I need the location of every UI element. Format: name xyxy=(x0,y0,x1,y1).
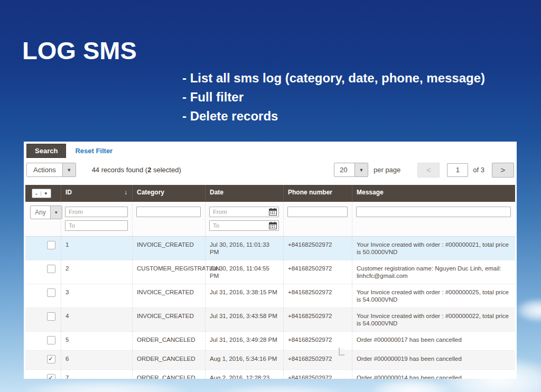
per-page-value: 20 xyxy=(334,163,355,176)
per-page-label: per page xyxy=(374,166,400,174)
row-category-cell: CUSTOMER_REGISTRATION xyxy=(132,260,205,284)
row-id-cell: 4 xyxy=(61,308,132,331)
row-id-cell: 6 xyxy=(61,351,132,369)
actions-dropdown[interactable]: Actions ▼ xyxy=(26,163,76,177)
chevron-down-icon[interactable]: ▼ xyxy=(62,163,76,176)
row-select-cell xyxy=(25,237,61,260)
cloud-bottom-right-small xyxy=(370,378,454,392)
row-date-cell: Jul 30, 2016, 11:01:33 PM xyxy=(205,237,283,260)
actions-label: Actions xyxy=(27,163,62,176)
row-select-cell xyxy=(25,260,61,284)
row-category-cell: ORDER_CANCELED xyxy=(132,332,205,350)
id-from-input[interactable] xyxy=(65,207,128,217)
table-row[interactable]: 3 INVOICE_CREATED Jul 31, 2016, 3:38:15 … xyxy=(25,284,515,308)
column-header-id[interactable]: ID↓ xyxy=(61,185,132,202)
row-checkbox[interactable] xyxy=(47,288,55,297)
row-category-cell: INVOICE_CREATED xyxy=(132,284,205,307)
chevron-down-icon[interactable]: ▼ xyxy=(41,191,51,196)
row-category-cell: ORDER_CANCELED xyxy=(132,370,205,379)
row-category-cell: ORDER_CANCELED xyxy=(132,351,205,369)
actions-toolbar: Actions ▼ 44 records found (2 selected) … xyxy=(26,163,514,177)
row-message-cell: Your Invoice created with order : #00000… xyxy=(352,308,515,331)
records-summary: 44 records found (2 selected) xyxy=(92,166,181,174)
selection-filter-value: Any xyxy=(31,206,50,219)
feature-bullets: - List all sms log (category, date, phon… xyxy=(182,69,485,126)
row-checkbox[interactable] xyxy=(47,265,55,273)
table-body: 1 INVOICE_CREATED Jul 30, 2016, 11:01:33… xyxy=(25,237,515,379)
search-toolbar: Search Reset Filter xyxy=(26,143,515,158)
table-row[interactable]: 4 INVOICE_CREATED Jul 31, 2016, 3:43:58 … xyxy=(25,308,515,332)
chevron-down-icon[interactable]: ▼ xyxy=(355,163,368,176)
row-date-cell: Jul 31, 2016, 3:49:28 PM xyxy=(205,332,283,350)
bullet-list-all: - List all sms log (category, date, phon… xyxy=(182,69,485,88)
total-pages-label: of 3 xyxy=(473,166,484,174)
filter-message-cell xyxy=(352,202,515,236)
table-row[interactable]: 7 ORDER_CANCELED Aug 2, 2016, 12:28:23 A… xyxy=(25,370,515,379)
row-date-cell: Jul 31, 2016, 3:43:58 PM xyxy=(205,308,283,331)
row-message-cell: Customer registration name: Nguyen Duc L… xyxy=(352,260,515,284)
column-header-message[interactable]: Message xyxy=(352,185,515,202)
selection-filter-dropdown[interactable]: Any ▼ xyxy=(30,206,62,219)
row-id-cell: 7 xyxy=(61,370,132,379)
row-select-cell xyxy=(25,370,61,379)
table-row[interactable]: 1 INVOICE_CREATED Jul 30, 2016, 11:01:33… xyxy=(25,237,515,260)
page-title: LOG SMS xyxy=(22,36,137,65)
row-date-cell: Aug 1, 2016, 5:34:16 PM xyxy=(205,351,283,369)
row-checkbox[interactable] xyxy=(47,312,55,321)
row-checkbox[interactable] xyxy=(47,355,55,363)
column-header-id-label: ID xyxy=(66,189,72,196)
row-phone-cell: +841682502972 xyxy=(283,237,352,260)
row-category-cell: INVOICE_CREATED xyxy=(132,237,205,260)
filter-phone-cell xyxy=(283,202,352,236)
id-to-input[interactable] xyxy=(65,220,128,231)
row-checkbox[interactable] xyxy=(47,241,55,249)
row-date-cell: Aug 2, 2016, 12:28:23 AM xyxy=(205,370,283,379)
row-id-cell: 5 xyxy=(61,332,132,350)
row-date-cell: Jul 30, 2016, 11:04:55 PM xyxy=(205,260,283,284)
search-button[interactable]: Search xyxy=(26,144,66,158)
row-select-cell xyxy=(25,351,61,369)
page-number-input[interactable] xyxy=(447,163,468,177)
filter-row: Any ▼ xyxy=(25,202,515,237)
row-message-cell: Order #000000017 has been cancelled xyxy=(352,332,515,350)
slide-background: LOG SMS - List all sms log (category, da… xyxy=(0,0,541,392)
sort-descending-icon[interactable]: ↓ xyxy=(124,189,127,196)
row-message-cell: Your Invoice created with order : #00000… xyxy=(352,284,515,307)
table-row[interactable]: 5 ORDER_CANCELED Jul 31, 2016, 3:49:28 P… xyxy=(25,332,515,351)
row-id-cell: 1 xyxy=(61,237,132,260)
table-row[interactable]: 2 CUSTOMER_REGISTRATION Jul 30, 2016, 11… xyxy=(25,260,515,284)
column-header-phone[interactable]: Phone number xyxy=(283,185,352,202)
sms-log-table: - ▼ ID↓ Category Date Phone number Messa… xyxy=(25,185,515,379)
previous-page-button[interactable]: < xyxy=(417,163,440,178)
row-message-cell: Order #000000014 has been cancelled xyxy=(352,370,515,379)
per-page-select[interactable]: 20 ▼ xyxy=(334,163,368,177)
row-category-cell: INVOICE_CREATED xyxy=(132,308,205,331)
row-message-cell: Order #000000019 has been cancelled xyxy=(352,351,515,369)
mouse-cursor-artifact xyxy=(339,348,344,356)
filter-date-cell xyxy=(205,202,283,236)
reset-filter-link[interactable]: Reset Filter xyxy=(75,147,113,155)
select-all-dropdown[interactable]: - ▼ xyxy=(32,189,51,198)
row-phone-cell: +841682502972 xyxy=(283,370,352,379)
row-date-cell: Jul 31, 2016, 3:38:15 PM xyxy=(205,284,283,307)
row-message-cell: Your Invoice created with order : #00000… xyxy=(352,237,515,260)
chevron-down-icon[interactable]: ▼ xyxy=(50,206,62,219)
bullet-full-filter: - Full filter xyxy=(182,88,485,107)
category-filter-input[interactable] xyxy=(136,207,201,217)
cloud-bottom-left xyxy=(21,379,190,392)
row-checkbox[interactable] xyxy=(47,336,55,344)
next-page-button[interactable]: > xyxy=(492,163,514,178)
calendar-icon[interactable] xyxy=(269,208,277,216)
row-select-cell xyxy=(25,284,61,307)
column-header-category[interactable]: Category xyxy=(132,185,205,202)
table-row[interactable]: 6 ORDER_CANCELED Aug 1, 2016, 5:34:16 PM… xyxy=(25,351,515,370)
phone-filter-input[interactable] xyxy=(287,207,348,217)
column-header-date[interactable]: Date xyxy=(205,185,283,202)
cloud-right-edge xyxy=(515,298,541,322)
row-phone-cell: +841682502972 xyxy=(283,260,352,284)
message-filter-input[interactable] xyxy=(356,207,511,217)
bullet-delete-records: - Delete records xyxy=(182,107,485,126)
filter-match-cell: Any ▼ xyxy=(25,202,61,236)
calendar-icon[interactable] xyxy=(269,222,277,229)
row-checkbox[interactable] xyxy=(47,374,55,379)
